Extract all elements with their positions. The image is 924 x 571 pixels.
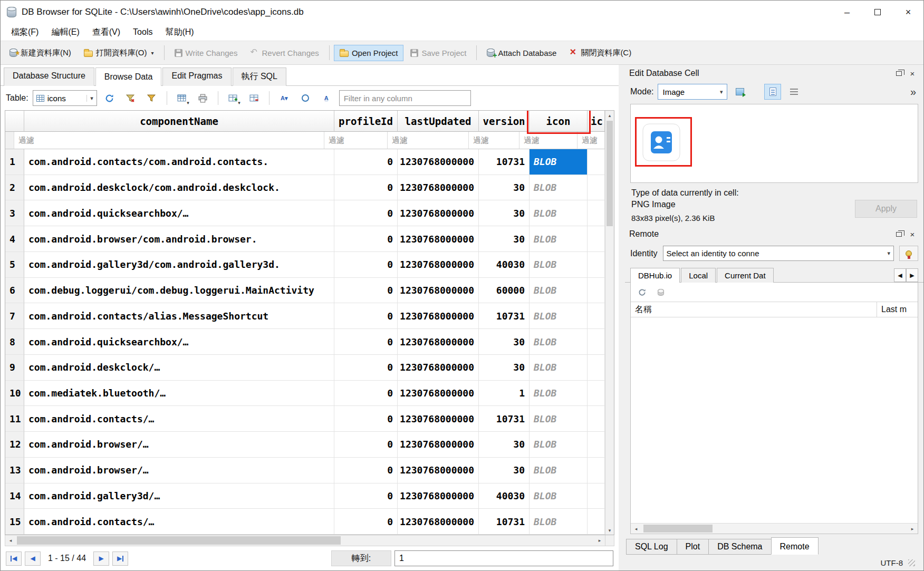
apply-button[interactable]: Apply <box>855 200 917 218</box>
column-header-partial[interactable]: ic <box>588 111 605 132</box>
cell-icon[interactable]: BLOB <box>530 303 588 329</box>
filter-profileId[interactable]: 過濾 <box>324 132 388 149</box>
table-selector[interactable]: icons ▾ <box>33 90 97 106</box>
remote-column-name[interactable]: 名稱 <box>631 302 877 317</box>
horizontal-scroll-thumb[interactable] <box>17 536 341 545</box>
cell-componentName[interactable]: com.android.contacts/… <box>24 406 334 432</box>
text-mode-button[interactable] <box>764 84 781 100</box>
cell-icon[interactable]: BLOB <box>530 381 588 407</box>
cell-icon[interactable]: BLOB <box>530 483 588 509</box>
cell-version[interactable]: 10731 <box>479 149 530 175</box>
filter-lastUpdated[interactable]: 過濾 <box>388 132 469 149</box>
cell-icon[interactable]: BLOB <box>530 175 588 201</box>
cell-lastUpdated[interactable]: 1230768000000 <box>398 509 479 535</box>
cell-profileId[interactable]: 0 <box>334 149 398 175</box>
cell-version[interactable]: 30 <box>479 329 530 355</box>
column-header-version[interactable]: version <box>479 111 530 132</box>
remote-scroll-track[interactable] <box>641 524 907 534</box>
cell-profileId[interactable]: 0 <box>334 406 398 432</box>
close-button[interactable]: × <box>893 1 923 24</box>
sort-descending-button[interactable]: A̲ <box>318 90 335 106</box>
save-project-button[interactable]: Save Project <box>405 45 472 61</box>
column-header-icon[interactable]: icon <box>530 111 588 132</box>
cell-icon[interactable]: BLOB <box>530 329 588 355</box>
cell-icon[interactable]: BLOB <box>530 509 588 535</box>
cell-componentName[interactable]: com.android.quicksearchbox/… <box>24 200 334 226</box>
cell-version[interactable]: 30 <box>479 226 530 252</box>
column-header-componentName[interactable]: componentName <box>24 111 334 132</box>
tab-sql-log[interactable]: SQL Log <box>626 539 677 555</box>
previous-page-button[interactable]: ◀ <box>25 551 41 566</box>
next-page-button[interactable]: ▶ <box>93 551 109 566</box>
cell-lastUpdated[interactable]: 1230768000000 <box>398 355 479 381</box>
menu-tools[interactable]: Tools <box>128 25 158 39</box>
cell-profileId[interactable]: 0 <box>334 252 398 278</box>
cell-componentName[interactable]: com.android.contacts/alias.MessageShortc… <box>24 303 334 329</box>
scroll-right-arrow[interactable]: ▸ <box>907 524 918 534</box>
cell-version[interactable]: 30 <box>479 432 530 458</box>
tab-database-structure[interactable]: Database Structure <box>4 67 94 86</box>
save-results-button[interactable]: ▾ <box>174 90 190 106</box>
cell-version[interactable]: 10731 <box>479 303 530 329</box>
cell-componentName[interactable]: com.android.contacts/… <box>24 509 334 535</box>
remote-horizontal-scrollbar[interactable]: ◂ ▸ <box>631 523 918 534</box>
cell-profileId[interactable]: 0 <box>334 175 398 201</box>
cell-lastUpdated[interactable]: 1230768000000 <box>398 406 479 432</box>
cell-componentName[interactable]: com.android.gallery3d/com.android.galler… <box>24 252 334 278</box>
save-filter-button[interactable] <box>143 90 160 106</box>
menu-help[interactable]: 幫助(H) <box>160 25 199 40</box>
cell-version[interactable]: 10731 <box>479 509 530 535</box>
cell-icon[interactable]: BLOB <box>530 432 588 458</box>
cell-profileId[interactable]: 0 <box>334 278 398 304</box>
refresh-button[interactable] <box>101 90 118 106</box>
tab-scroll-right-button[interactable]: ▶ <box>906 268 918 282</box>
cell-lastUpdated[interactable]: 1230768000000 <box>398 381 479 407</box>
cell-version[interactable]: 40030 <box>479 252 530 278</box>
import-certificate-button[interactable] <box>899 246 918 261</box>
cell-version[interactable]: 40030 <box>479 483 530 509</box>
cell-lastUpdated[interactable]: 1230768000000 <box>398 252 479 278</box>
cell-version[interactable]: 60000 <box>479 278 530 304</box>
first-page-button[interactable]: ◀ <box>6 551 22 566</box>
filter-partial[interactable]: 過濾 <box>578 132 605 149</box>
cell-profileId[interactable]: 0 <box>334 483 398 509</box>
open-database-dropdown-caret[interactable]: ▾ <box>151 50 154 56</box>
import-data-button[interactable] <box>732 84 748 100</box>
cell-icon[interactable]: BLOB <box>530 200 588 226</box>
cell-icon[interactable]: BLOB <box>530 226 588 252</box>
cell-icon[interactable]: BLOB <box>530 278 588 304</box>
cell-icon[interactable]: BLOB <box>530 252 588 278</box>
tab-execute-sql[interactable]: 執行 SQL <box>233 67 286 86</box>
mode-selector[interactable]: Image ▾ <box>658 84 727 100</box>
open-database-button[interactable]: 打開資料庫(O) ▾ <box>78 44 160 62</box>
cell-version[interactable]: 30 <box>479 200 530 226</box>
scroll-left-arrow[interactable]: ◂ <box>5 535 16 546</box>
tab-browse-data[interactable]: Browse Data <box>95 67 162 86</box>
cell-lastUpdated[interactable]: 1230768000000 <box>398 226 479 252</box>
filter-any-column-input[interactable] <box>339 90 471 106</box>
last-page-button[interactable]: ▶ <box>112 551 128 566</box>
cell-componentName[interactable]: com.android.quicksearchbox/… <box>24 329 334 355</box>
sort-ascending-button[interactable]: A▾ <box>276 90 293 106</box>
cell-lastUpdated[interactable]: 1230768000000 <box>398 149 479 175</box>
cell-version[interactable]: 30 <box>479 355 530 381</box>
word-wrap-button[interactable] <box>785 84 802 100</box>
tab-db-schema[interactable]: DB Schema <box>708 539 771 555</box>
cell-componentName[interactable]: com.android.gallery3d/… <box>24 483 334 509</box>
filter-version[interactable]: 過濾 <box>469 132 519 149</box>
insert-record-button[interactable]: ▾ <box>225 90 242 106</box>
remote-column-last-modified[interactable]: Last m <box>877 302 918 317</box>
cell-icon[interactable]: BLOB <box>530 355 588 381</box>
cell-componentName[interactable]: com.android.browser/… <box>24 432 334 458</box>
cell-componentName[interactable]: com.debug.loggerui/com.debug.loggerui.Ma… <box>24 278 334 304</box>
cell-profileId[interactable]: 0 <box>334 432 398 458</box>
cell-version[interactable]: 30 <box>479 175 530 201</box>
resize-grip[interactable] <box>908 559 915 566</box>
cell-version[interactable]: 1 <box>479 381 530 407</box>
attach-database-button[interactable]: Attach Database <box>481 45 562 61</box>
vertical-scroll-thumb[interactable] <box>607 121 613 226</box>
goto-record-input[interactable] <box>394 550 613 566</box>
close-database-button[interactable]: 關閉資料庫(C) <box>563 44 637 62</box>
tab-current-database[interactable]: Current Dat <box>717 268 774 283</box>
cell-profileId[interactable]: 0 <box>334 200 398 226</box>
